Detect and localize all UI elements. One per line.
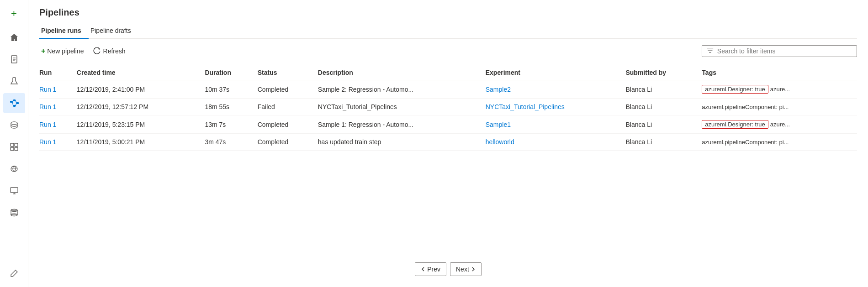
models-icon [10,142,19,151]
table-row: Run 112/11/2019, 5:00:21 PM3m 47sComplet… [39,134,857,151]
cell-run: Run 1 [39,80,77,99]
notebook-icon [10,55,19,64]
cell-duration: 13m 7s [205,115,257,134]
sidebar: + [0,0,28,287]
col-tags: Tags [702,65,857,80]
experiments-icon [10,77,19,86]
home-icon [10,33,19,42]
table-row: Run 112/12/2019, 12:57:12 PM18m 55sFaile… [39,99,857,115]
cell-tags: azureml.pipelineComponent: pi... [702,134,857,151]
refresh-label: Refresh [103,47,126,55]
cell-created-time: 12/12/2019, 2:41:00 PM [77,80,205,99]
new-pipeline-label: New pipeline [47,47,84,55]
table-row: Run 112/11/2019, 5:23:15 PM13m 7sComplet… [39,115,857,134]
tag-plain: azure... [770,86,790,93]
run-link[interactable]: Run 1 [39,86,56,93]
tag-plain: azureml.pipelineComponent: pi... [702,104,789,110]
cell-description: NYCTaxi_Tutorial_Pipelines [318,99,486,115]
run-link[interactable]: Run 1 [39,103,56,110]
cell-run: Run 1 [39,99,77,115]
cell-created-time: 12/12/2019, 12:57:12 PM [77,99,205,115]
edit-icon [10,269,19,278]
cell-description: Sample 2: Regression - Automo... [318,80,486,99]
cell-status: Completed [258,80,318,99]
cell-experiment: helloworld [486,134,626,151]
sidebar-item-home[interactable] [3,27,25,47]
svg-line-10 [12,102,13,106]
cell-status: Completed [258,134,318,151]
tab-pipeline-drafts[interactable]: Pipeline drafts [89,23,138,39]
svg-line-12 [16,103,16,106]
next-label: Next [456,266,469,273]
datasets-icon [10,120,19,130]
svg-rect-17 [15,147,18,151]
sidebar-item-pipelines[interactable] [3,93,25,113]
sidebar-item-edit[interactable] [3,263,25,283]
cell-status: Failed [258,99,318,115]
page-title: Pipelines [39,7,857,18]
run-link[interactable]: Run 1 [39,138,56,146]
sidebar-item-datastores[interactable] [3,203,25,223]
chevron-left-icon [421,267,425,271]
experiment-link[interactable]: helloworld [486,138,514,146]
search-container[interactable] [702,45,857,57]
cell-run: Run 1 [39,134,77,151]
cell-tags: azureml.pipelineComponent: pi... [702,99,857,115]
sidebar-item-compute[interactable] [3,181,25,201]
tab-pipeline-runs[interactable]: Pipeline runs [39,23,89,39]
tag-highlighted: azureml.Designer: true [702,85,768,94]
cell-run: Run 1 [39,115,77,134]
search-input[interactable] [717,47,852,55]
prev-button[interactable]: Prev [415,262,446,276]
col-submitted-by: Submitted by [625,65,702,80]
tag-highlighted: azureml.Designer: true [702,120,768,129]
sidebar-item-endpoints[interactable] [3,159,25,179]
refresh-icon [93,47,101,55]
cell-created-time: 12/11/2019, 5:00:21 PM [77,134,205,151]
experiment-link[interactable]: Sample2 [486,86,511,93]
sidebar-item-models[interactable] [3,137,25,157]
cell-status: Completed [258,115,318,134]
pipeline-icon [10,99,19,108]
svg-rect-8 [16,102,19,104]
cell-description: has updated train step [318,134,486,151]
cell-created-time: 12/11/2019, 5:23:15 PM [77,115,205,134]
cell-experiment: Sample2 [486,80,626,99]
experiment-link[interactable]: NYCTaxi_Tutorial_Pipelines [486,103,565,110]
pagination: Prev Next [39,255,857,280]
col-duration: Duration [205,65,257,80]
sidebar-item-notebooks[interactable] [3,49,25,69]
svg-line-11 [16,100,16,103]
sidebar-item-datasets[interactable] [3,115,25,135]
svg-rect-5 [10,101,12,103]
col-experiment: Experiment [486,65,626,80]
col-description: Description [318,65,486,80]
svg-rect-16 [11,147,14,151]
svg-rect-14 [11,143,14,146]
cell-submitted-by: Blanca Li [625,80,702,99]
run-link[interactable]: Run 1 [39,121,56,128]
next-button[interactable]: Next [450,262,482,276]
main-content: Pipelines Pipeline runs Pipeline drafts … [28,0,868,287]
sidebar-item-experiments[interactable] [3,71,25,91]
filter-icon [707,47,714,55]
cell-submitted-by: Blanca Li [625,115,702,134]
datastores-icon [10,208,19,217]
table-header-row: Run Created time Duration Status Descrip… [39,65,857,80]
table-row: Run 112/12/2019, 2:41:00 PM10m 37sComple… [39,80,857,99]
chevron-right-icon [471,267,476,271]
svg-rect-6 [13,99,16,101]
cell-submitted-by: Blanca Li [625,99,702,115]
tag-plain: azure... [770,121,790,128]
table-container: Run Created time Duration Status Descrip… [39,65,857,255]
refresh-button[interactable]: Refresh [90,45,129,57]
compute-icon [10,186,19,195]
svg-rect-15 [15,143,18,146]
new-pipeline-button[interactable]: + New pipeline [39,44,86,58]
experiment-link[interactable]: Sample1 [486,121,511,128]
svg-rect-7 [13,105,16,107]
cell-duration: 3m 47s [205,134,257,151]
prev-label: Prev [427,266,440,273]
sidebar-add-button[interactable]: + [3,4,25,24]
cell-experiment: Sample1 [486,115,626,134]
